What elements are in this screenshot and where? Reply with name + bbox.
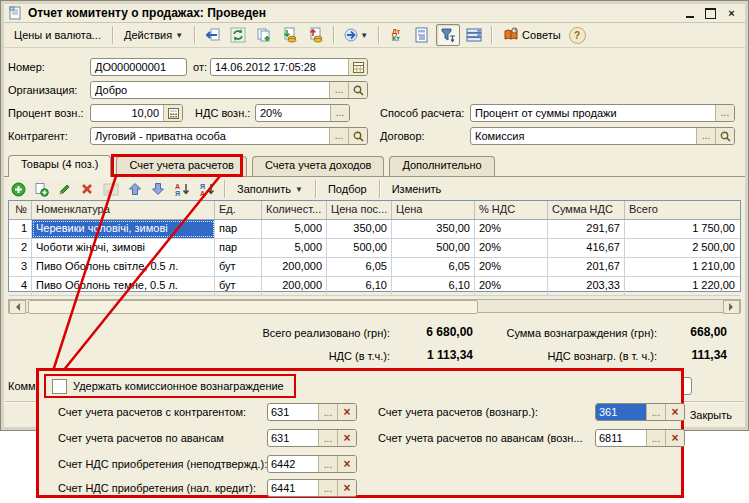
column-header[interactable]: Цена пос... bbox=[327, 201, 392, 219]
table-cell[interactable]: пар bbox=[215, 220, 262, 238]
maximize-button[interactable] bbox=[703, 7, 718, 20]
choose-button[interactable]: ... bbox=[646, 430, 665, 446]
pick-button[interactable]: Подбор bbox=[322, 182, 373, 196]
table-cell[interactable]: 416,67 bbox=[548, 239, 625, 257]
account-advances-field[interactable]: 631 ... × bbox=[267, 429, 357, 447]
choose-button[interactable]: ... bbox=[318, 404, 337, 420]
table-cell[interactable]: 6,10 bbox=[392, 277, 475, 295]
choose-button[interactable]: ... bbox=[715, 105, 734, 121]
scroll-right-button[interactable] bbox=[723, 300, 740, 314]
copy-document-button[interactable] bbox=[252, 24, 276, 46]
subordination-structure-button[interactable] bbox=[410, 24, 434, 46]
delete-row-button[interactable] bbox=[77, 178, 97, 200]
unpost-document-button[interactable] bbox=[304, 24, 328, 46]
table-cell[interactable]: Чоботи жіночі, зимові bbox=[32, 239, 215, 257]
sort-asc-button[interactable]: А Я bbox=[171, 178, 193, 200]
account-fee-field[interactable]: 361 ... × bbox=[595, 403, 685, 421]
sort-desc-button[interactable]: Я А bbox=[196, 178, 218, 200]
table-cell[interactable]: 6,10 bbox=[327, 277, 392, 295]
table-cell[interactable]: 350,00 bbox=[392, 220, 475, 238]
tab-income-accounts[interactable]: Счета учета доходов bbox=[252, 156, 385, 176]
advice-button[interactable]: ? Советы bbox=[497, 24, 566, 46]
table-cell[interactable]: Черевики чоловічі, зимові bbox=[32, 220, 215, 238]
table-cell[interactable]: 291,67 bbox=[548, 220, 625, 238]
open-button[interactable] bbox=[715, 128, 734, 144]
add-row-button[interactable] bbox=[8, 178, 28, 200]
organization-field[interactable]: Добро ... bbox=[90, 81, 368, 99]
column-header[interactable]: № bbox=[9, 201, 32, 219]
open-button[interactable] bbox=[348, 128, 367, 144]
show-postings-button[interactable]: ДтКт bbox=[384, 24, 408, 46]
post-document-button[interactable] bbox=[278, 24, 302, 46]
table-cell[interactable]: 200,000 bbox=[262, 258, 327, 276]
clear-button[interactable]: × bbox=[665, 404, 684, 420]
choose-button[interactable]: ... bbox=[330, 105, 349, 121]
choose-button[interactable]: ... bbox=[329, 82, 348, 98]
vat-percent-field[interactable]: 20% ... bbox=[255, 104, 350, 122]
scrollbar-track[interactable] bbox=[478, 300, 723, 312]
minimize-button[interactable] bbox=[682, 7, 697, 20]
clear-button[interactable]: × bbox=[337, 430, 356, 446]
table-cell[interactable]: 1 bbox=[9, 220, 32, 238]
table-cell[interactable]: пар bbox=[215, 239, 262, 257]
clear-button[interactable]: × bbox=[337, 480, 356, 496]
table-cell[interactable]: 1 210,00 bbox=[625, 258, 739, 276]
actions-menu-button[interactable]: Действия ▼ bbox=[118, 26, 189, 44]
table-row[interactable]: 2Чоботи жіночі, зимовіпар5,000500,00500,… bbox=[9, 239, 740, 258]
table-cell[interactable]: Пиво Оболонь темне, 0.5 л. bbox=[32, 277, 215, 295]
percent-field[interactable]: 10,00 bbox=[90, 104, 183, 122]
table-cell[interactable]: 500,00 bbox=[327, 239, 392, 257]
reread-button[interactable] bbox=[200, 24, 224, 46]
clear-button[interactable]: × bbox=[665, 430, 684, 446]
column-header[interactable]: Количест... bbox=[262, 201, 327, 219]
column-header[interactable]: Ед. bbox=[215, 201, 262, 219]
column-header[interactable]: Номенклатура bbox=[32, 201, 215, 219]
vat-credit-field[interactable]: 6441 ... × bbox=[267, 479, 357, 497]
clear-button[interactable]: × bbox=[337, 404, 356, 420]
go-to-button[interactable]: ▼ bbox=[339, 24, 373, 46]
table-cell[interactable]: 5,000 bbox=[262, 220, 327, 238]
table-cell[interactable]: 350,00 bbox=[327, 220, 392, 238]
table-cell[interactable]: 20% bbox=[475, 258, 548, 276]
table-cell[interactable]: 201,67 bbox=[548, 258, 625, 276]
table-row[interactable]: 3Пиво Оболонь світле, 0.5 л.бут200,0006,… bbox=[9, 258, 740, 277]
refresh-button[interactable] bbox=[226, 24, 250, 46]
table-cell[interactable]: 20% bbox=[475, 220, 548, 238]
date-field[interactable]: 14.06.2012 17:05:28 bbox=[210, 58, 368, 76]
calendar-button[interactable] bbox=[348, 59, 367, 75]
list-settings-button[interactable] bbox=[462, 24, 486, 46]
account-contractor-field[interactable]: 631 ... × bbox=[267, 403, 357, 421]
close-form-button[interactable]: Закрыть bbox=[684, 407, 738, 423]
column-header[interactable]: Сумма НДС bbox=[548, 201, 625, 219]
vat-unconfirmed-field[interactable]: 6442 ... × bbox=[267, 455, 357, 473]
contract-field[interactable]: Комиссия ... bbox=[470, 127, 735, 145]
scrollbar-thumb[interactable] bbox=[28, 300, 478, 314]
table-cell[interactable]: 1 220,00 bbox=[625, 277, 739, 295]
table-cell[interactable]: бут bbox=[215, 258, 262, 276]
withhold-fee-checkbox[interactable] bbox=[52, 379, 67, 394]
column-header[interactable]: Всего bbox=[625, 201, 739, 219]
table-cell[interactable]: 4 bbox=[9, 277, 32, 295]
table-cell[interactable]: 2 500,00 bbox=[625, 239, 739, 257]
table-row[interactable]: 4Пиво Оболонь темне, 0.5 л.бут200,0006,1… bbox=[9, 277, 740, 296]
choose-button[interactable]: ... bbox=[318, 430, 337, 446]
scroll-left-button[interactable] bbox=[9, 300, 26, 314]
column-header[interactable]: % НДС bbox=[475, 201, 548, 219]
open-button[interactable] bbox=[348, 82, 367, 98]
table-cell[interactable]: 2 bbox=[9, 239, 32, 257]
tab-additional[interactable]: Дополнительно bbox=[389, 156, 494, 176]
table-cell[interactable]: 3 bbox=[9, 258, 32, 276]
choose-button[interactable]: ... bbox=[329, 128, 348, 144]
calc-method-field[interactable]: Процент от суммы продажи ... bbox=[470, 104, 735, 122]
choose-button[interactable]: ... bbox=[646, 404, 665, 420]
table-cell[interactable]: 20% bbox=[475, 239, 548, 257]
table-cell[interactable]: 5,000 bbox=[262, 239, 327, 257]
move-up-button[interactable] bbox=[125, 178, 145, 200]
table-row[interactable]: 1Черевики чоловічі, зимовіпар5,000350,00… bbox=[9, 220, 740, 239]
clear-button[interactable]: × bbox=[337, 456, 356, 472]
table-cell[interactable]: Пиво Оболонь світле, 0.5 л. bbox=[32, 258, 215, 276]
choose-button[interactable]: ... bbox=[318, 456, 337, 472]
table-cell[interactable]: 6,05 bbox=[392, 258, 475, 276]
calculator-button[interactable] bbox=[163, 105, 182, 121]
prices-currency-button[interactable]: Цены и валюта... bbox=[8, 26, 107, 44]
